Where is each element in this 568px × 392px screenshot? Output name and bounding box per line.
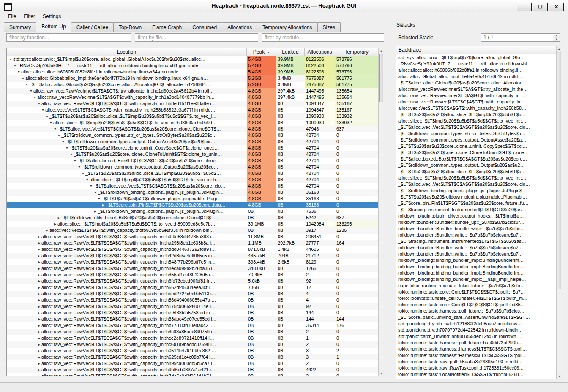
table-row[interactable]: ▼_$LT$alloc..vec..Vec$LT$T$C$A$GT$$u20$a… [7,126,378,132]
table-row[interactable]: ▶alloc::raw_vec::RawVec$LT$T$C$A$GT$::wi… [7,272,378,278]
table-row[interactable]: ▶alloc::raw_vec::RawVec$LT$T$C$A$GT$::wi… [7,278,378,284]
spin-down-button[interactable]: ▼ [553,38,560,41]
table-row[interactable]: ▶alloc::raw_vec::RawVec$LT$T$C$A$GT$::wi… [7,246,378,253]
title-bar[interactable]: Heaptrack - heaptrack.node.86377.zst — H… [0,0,568,12]
table-row[interactable]: ▼std::sys::alloc::unix::_$LT$impl$u20$co… [7,56,378,63]
collapse-expander-icon[interactable]: ▼ [29,88,33,94]
backtrace-item[interactable]: _$LT$core..panic..unwind_safe..AssertUnw… [396,314,556,321]
backtrace-item[interactable]: tokio::runtime::task::raw::poll::h5aa9a3… [396,359,556,365]
expand-expander-icon[interactable]: ▶ [37,322,41,329]
backtrace-item[interactable]: _$LT$alloc..boxed..Box$LT$T$C$A$GT$$u20$… [396,156,556,162]
backtrace-item[interactable]: rolldown_binding::binding_bundler_impl::… [396,276,556,283]
table-row[interactable]: ▼_$LT$T$u20$as$u20$rolldown_plugin..plug… [7,196,378,202]
backtrace-item[interactable]: _$LT$T$u20$as$u20$core..clone..uninit..C… [396,143,556,150]
table-row[interactable]: ▶alloc::raw_vec::RawVec$LT$T$C$A$GT$::wi… [7,265,378,272]
table-row[interactable]: ▶alloc::raw_vec::RawVec$LT$T$C$A$GT$::wi… [7,310,378,316]
minimize-button[interactable]: _ [517,3,532,11]
table-row[interactable]: ▶alloc::raw_vec::RawVec$LT$T$C$A$GT$::wi… [7,297,378,303]
table-row[interactable]: ▼_$LT$T$u20$as$u20$alloc..slice..$LT$imp… [7,170,378,177]
table-row[interactable]: ▶_$LT$rolldown_binding..options..plugin.… [7,208,378,215]
collapse-expander-icon[interactable]: ▼ [21,75,25,82]
table-row[interactable]: ▶alloc::raw_vec::RawVec$LT$T$C$A$GT$::wi… [7,341,378,348]
collapse-expander-icon[interactable]: ▼ [25,82,29,88]
expand-expander-icon[interactable]: ▶ [37,278,41,284]
tab-flame-graph[interactable]: Flame Graph [147,22,187,32]
table-row[interactable]: ▼alloc::vec::Vec$LT$T$C$A$GT$::with_capa… [7,107,378,113]
collapse-expander-icon[interactable]: ▼ [65,145,69,151]
backtrace-item[interactable]: alloc::slice::_$LT$impl$u20$$u5b$T$u5d$$… [396,175,556,181]
table-row[interactable]: ▼_$LT$alloc..boxed..Box$LT$T$C$A$GT$$u20… [7,158,378,164]
table-row[interactable]: ▼alloc::raw_vec::RawVecInner$LT$A$GT$::t… [7,88,378,94]
table-row[interactable]: ▼_$LT$T$u20$as$u20$core..clone..uninit..… [7,145,378,151]
backtrace-item[interactable]: tokio::runtime::task::harness::poll_futu… [396,308,556,314]
table-row[interactable]: ▼alloc::slice::_$LT$impl$u20$$u5b$T$u5d$… [7,120,378,126]
close-button[interactable]: ✕ [549,3,564,11]
expand-expander-icon[interactable]: ▶ [45,227,49,234]
table-row[interactable]: ▼_$LT$alloc..alloc..Global$u20$as$u20$co… [7,82,378,88]
backtrace-item[interactable]: alloc::alloc::Global::alloc_impl::he6a4e… [396,74,556,80]
backtrace-item[interactable]: rolldown_binding::binding_bundler_impl::… [396,264,556,270]
table-row[interactable]: ▶alloc::raw_vec::RawVec$LT$T$C$A$GT$::wi… [7,303,378,310]
menu-settings[interactable]: Settings [39,13,65,21]
expand-expander-icon[interactable]: ▶ [37,310,41,316]
backtrace-item[interactable]: rolldown::bundler::Bundler::bundle_write… [396,226,556,232]
table-row[interactable]: ▶alloc::raw_vec::RawVec$LT$T$C$A$GT$::wi… [7,291,378,297]
backtrace-item[interactable]: _$LT$core..pin..Pin$LT$P$GT$$u20$as$u20$… [396,200,556,207]
table-row[interactable]: ▶alloc::slice::_$LT$impl$u20$$u5b$T$u5d$… [7,221,378,227]
backtrace-item[interactable]: _$LT$tracing..instrument..Instrumented$L… [396,238,556,245]
backtrace-item[interactable]: _$LT$T$u20$as$u20$alloc..slice..$LT$impl… [396,112,556,118]
table-row[interactable]: ▶alloc::raw_vec::RawVec$LT$T$C$A$GT$::wi… [7,234,378,240]
table-row[interactable]: ▼alloc::raw_vec::RawVecInner$LT$A$GT$::w… [7,94,378,101]
table-row[interactable]: ▼_$LT$rolldown_common..types..str_or_byt… [7,132,378,139]
expand-expander-icon[interactable]: ▶ [93,208,98,215]
table-row[interactable]: ▼alloc::alloc::Global::alloc_impl::he6a4… [7,75,378,82]
collapse-expander-icon[interactable]: ▼ [53,126,57,132]
collapse-expander-icon[interactable]: ▼ [49,120,53,126]
expand-expander-icon[interactable]: ▶ [37,341,41,348]
collapse-expander-icon[interactable]: ▼ [81,170,85,177]
table-row[interactable]: ▶alloc::raw_vec::RawVec$LT$T$C$A$GT$::wi… [7,240,378,246]
tab-summary[interactable]: Summary [4,22,36,32]
backtrace-item[interactable]: rolldown::bundler::Bundler::write::_$u7b… [396,251,556,257]
backtrace-item[interactable]: tokio::runtime::task::core::Core$LT$T$C$… [396,289,556,295]
table-row[interactable]: ▶alloc::raw_vec::RawVec$LT$T$C$A$GT$::wi… [7,253,378,259]
column-header-allocations[interactable]: Allocations [305,48,335,56]
backtrace-item[interactable]: tokio::runtime::task::harness::Harness$L… [396,352,556,359]
backtrace-item[interactable]: rolldown_binding::binding_bundler_impl::… [396,270,556,276]
backtrace-item[interactable]: tokio::runtime::task::raw::RawTask::poll… [396,365,556,371]
table-row[interactable]: ▶alloc::raw_vec::RawVec$LT$T$C$A$GT$::wi… [7,284,378,291]
table-row[interactable]: ▼_$LT$rolldown_common..types..output..Ou… [7,139,378,145]
expand-expander-icon[interactable]: ▶ [37,367,41,373]
backtrace-item[interactable]: rolldown::bundler::Bundler::write::_$u7b… [396,245,556,251]
tab-temporary-allocations[interactable]: Temporary Allocations [257,22,317,32]
collapse-expander-icon[interactable]: ▼ [73,158,77,164]
menu-filter[interactable]: Filter [20,13,39,21]
backtrace-item[interactable]: rolldown::bundler::Bundler::write::_$u7b… [396,232,556,238]
backtrace-item[interactable]: rolldown_plugin::plugin_driver::output_h… [396,213,556,219]
table-row[interactable]: ▼alloc::raw_vec::RawVec$LT$T$C$A$GT$::wi… [7,101,378,107]
collapse-expander-icon[interactable]: ▼ [97,196,101,202]
table-row[interactable]: ▶alloc::raw_vec::RawVec$LT$T$C$A$GT$::wi… [7,354,378,360]
collapse-expander-icon[interactable]: ▼ [41,107,45,113]
expand-expander-icon[interactable]: ▶ [57,215,61,221]
table-row[interactable]: ▶alloc::raw_vec::RawVec$LT$T$C$A$GT$::wi… [7,322,378,329]
column-header-temporary[interactable]: Temporary [335,48,378,56]
expand-expander-icon[interactable]: ▶ [37,234,41,240]
expand-expander-icon[interactable]: ▶ [37,246,41,253]
backtrace-item[interactable]: tokio::loom::std::unsafe_cell::UnsafeCel… [396,295,556,302]
filter-function-input[interactable] [6,33,131,42]
tab-bottom-up[interactable]: Bottom-Up [36,21,71,32]
backtrace-item[interactable]: _$LT$T$u20$as$u20$rolldown_plugin..plugi… [396,194,556,200]
table-row[interactable]: ▶alloc::raw_vec::RawVec$LT$T$C$A$GT$::wi… [7,335,378,341]
backtrace-item[interactable]: rolldown::bundler::Bundler::bundle_up::_… [396,219,556,226]
column-header-location[interactable]: Location [7,48,247,56]
backtrace-item[interactable]: alloc::slice::_$LT$impl$u20$$u5b$T$u5d$$… [396,118,556,124]
table-row[interactable]: ▶alloc::raw_vec::RawVec$LT$T$C$A$GT$::wi… [7,373,378,376]
backtrace-item[interactable]: _$LT$rolldown_common..types..output..Out… [396,137,556,143]
maximize-button[interactable]: ❐ [533,3,548,11]
backtrace-item[interactable]: _$LT$rolldown_binding..options..plugin..… [396,188,556,194]
expand-expander-icon[interactable]: ▶ [37,316,41,322]
collapse-expander-icon[interactable]: ▼ [8,56,13,63]
expand-expander-icon[interactable]: ▶ [37,303,41,310]
column-header-peak[interactable]: Peak▲ [247,48,276,56]
